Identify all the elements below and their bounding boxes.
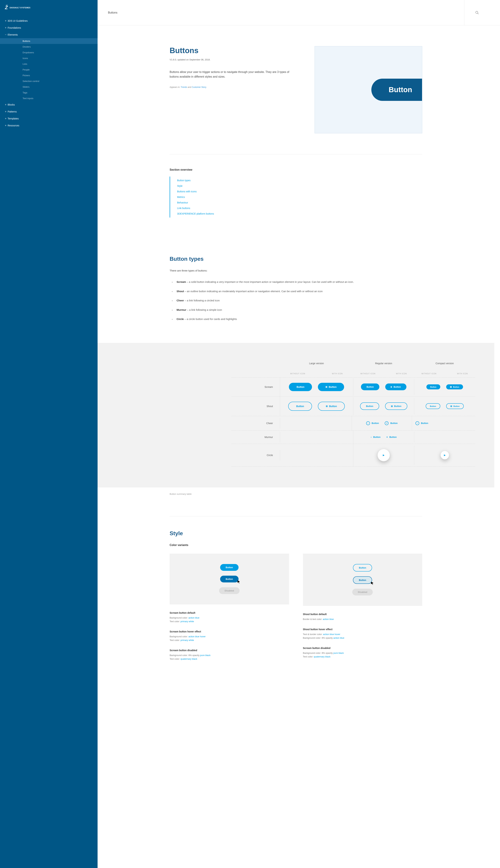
sidebar: Ž DASSAULT SYSTEMES +3DS UI Guidelines +… [0, 0, 98, 868]
expand-icon: + [5, 110, 8, 113]
chevron-right-icon: › [416, 421, 419, 425]
circle-sm[interactable]: ▶ [441, 451, 449, 459]
button-types-title: Button types [170, 256, 422, 262]
scream-md-icon[interactable]: ▶Button [385, 384, 407, 390]
appears-in: Appears in: Trends and Customer Story. [170, 86, 301, 88]
button-types-list: Scream – a solid button indicating a ver… [170, 277, 422, 324]
link-primary-white[interactable]: primary white [181, 620, 194, 623]
button-table-caption: Button summary table [170, 493, 422, 495]
link-action-blue[interactable]: action blue [333, 637, 344, 639]
shout-md-icon[interactable]: ▤Button [385, 402, 407, 410]
nav-3ds-guidelines[interactable]: +3DS UI Guidelines [0, 18, 98, 24]
button-table-block: Large version Regular version Compact ve… [98, 343, 494, 488]
row-circle: Circle ▶ ▶ [231, 444, 475, 467]
nav-sub-text[interactable]: Text inputs [0, 95, 98, 101]
scream-variant-card: Button Button Disabled Scream button def… [170, 553, 289, 668]
shout-md[interactable]: Button [360, 402, 379, 410]
link-pure-black[interactable]: pure black [333, 652, 344, 654]
nav-elements[interactable]: −Elements [0, 31, 98, 38]
row-shout: Shout Button ▤Button Button ▤Button Butt… [231, 396, 475, 416]
link-quaternary-black[interactable]: quaternary black [314, 655, 330, 658]
play-icon: ▶ [391, 386, 392, 388]
nav-blocks[interactable]: +Blocks [0, 101, 98, 108]
murmur-md-pin[interactable]: ⌖Button [386, 436, 397, 438]
nav-sub-icons[interactable]: Icons [0, 55, 98, 61]
shout-sm[interactable]: Button [426, 403, 440, 409]
scream-sm-icon[interactable]: ▤Button [446, 384, 463, 389]
shout-default-example[interactable]: Button [353, 564, 372, 571]
hero: Buttons V1.6.0, updated on September 06,… [170, 46, 422, 133]
cheer-md-ext[interactable]: ↗Button [385, 421, 398, 425]
scream-sm[interactable]: Button [427, 384, 440, 389]
type-scream: Scream – a solid button indicating a ver… [170, 277, 422, 287]
toc-3dx-buttons[interactable]: 3DEXPERIENCE platform buttons [177, 212, 214, 215]
hero-meta: V1.6.0, updated on September 06, 2018. [170, 58, 301, 61]
nav-sub-buttons[interactable]: Buttons [0, 38, 98, 44]
shout-sm-icon[interactable]: ▤Button [446, 403, 464, 409]
calendar-icon: ▤ [326, 405, 328, 407]
nav-sub-dropdowns[interactable]: Dropdowns [0, 50, 98, 55]
search-icon [475, 11, 479, 14]
scream-lg[interactable]: Button [289, 383, 312, 391]
expand-icon: + [5, 26, 8, 29]
row-murmur: Murmur ›Button ⌖Button [231, 430, 475, 444]
button-types-intro: There are three types of buttons: [170, 269, 422, 272]
shout-hover-spec-title: Shout button hover effect [303, 628, 422, 631]
nav-sub-lists[interactable]: Lists [0, 61, 98, 67]
shout-default-spec-title: Shout button default [303, 613, 422, 616]
play-icon: ▶ [383, 454, 385, 456]
shout-hover-example[interactable]: Button [353, 576, 372, 584]
hero-illustration: Button [315, 46, 422, 133]
scream-lg-icon[interactable]: ▤Button [318, 383, 344, 391]
scream-default-spec-title: Scream button default [170, 612, 289, 614]
section-overview-title: Section overview [170, 168, 422, 171]
nav-templates[interactable]: +Templates [0, 115, 98, 122]
search-button[interactable] [464, 0, 490, 25]
toc-metrics[interactable]: Metrics [177, 196, 185, 198]
color-variants-title: Color variants [170, 544, 422, 547]
murmur-md[interactable]: ›Button [371, 436, 380, 438]
circle-md[interactable]: ▶ [378, 449, 390, 461]
primary-nav: +3DS UI Guidelines +Foundations −Element… [0, 18, 98, 129]
scream-hover-example[interactable]: Button [220, 576, 239, 582]
nav-sub-sliders[interactable]: Sliders [0, 84, 98, 90]
nav-resources[interactable]: +Resources [0, 122, 98, 129]
row-scream: Scream Button ▤Button Button ▶Button But… [231, 377, 475, 396]
calendar-icon: ▤ [450, 405, 452, 407]
link-action-blue[interactable]: action blue [189, 616, 199, 619]
link-customer-story[interactable]: Customer Story [192, 86, 206, 88]
link-action-blue-hover[interactable]: action blue hover [323, 633, 340, 636]
toc-button-types[interactable]: Button types [177, 179, 191, 182]
scream-md[interactable]: Button [361, 384, 379, 390]
expand-icon: + [5, 19, 8, 22]
nav-foundations[interactable]: +Foundations [0, 24, 98, 31]
nav-sub-selection[interactable]: Selection control [0, 78, 98, 84]
play-icon: ▶ [444, 454, 446, 456]
link-quaternary-black[interactable]: quaternary black [181, 658, 197, 660]
link-primary-white[interactable]: primary white [181, 639, 194, 641]
nav-sub-tags[interactable]: Tags [0, 90, 98, 95]
nav-elements-sub: Buttons Dividers Dropdowns Icons Lists P… [0, 38, 98, 101]
topbar: Buttons [98, 0, 500, 25]
nav-sub-pickers[interactable]: Pickers [0, 72, 98, 78]
shout-lg[interactable]: Button [288, 402, 312, 411]
row-cheer: Cheer ›Button ↗Button ›Button [231, 416, 475, 430]
toc-link-buttons[interactable]: Link buttons [177, 207, 190, 209]
toc-style[interactable]: Style [177, 184, 182, 187]
link-action-blue[interactable]: action blue [323, 618, 334, 620]
hero-pill: Button [371, 79, 422, 101]
link-pure-black[interactable]: pure black [200, 654, 211, 656]
calendar-icon: ▤ [326, 386, 327, 388]
link-action-blue-hover[interactable]: action blue hover [189, 635, 206, 638]
nav-patterns[interactable]: +Patterns [0, 108, 98, 115]
toc-buttons-icons[interactable]: Buttons with icons [177, 190, 197, 193]
cheer-md[interactable]: ›Button [366, 421, 379, 425]
link-trends[interactable]: Trends [181, 86, 187, 88]
shout-disabled-spec-title: Scream button disabled [303, 647, 422, 649]
cheer-sm[interactable]: ›Button [416, 421, 428, 425]
scream-default-example[interactable]: Button [220, 564, 239, 571]
nav-sub-people[interactable]: People [0, 67, 98, 72]
nav-sub-dividers[interactable]: Dividers [0, 44, 98, 50]
shout-lg-icon[interactable]: ▤Button [318, 402, 345, 411]
toc-behaviour[interactable]: Behaviour [177, 201, 188, 204]
